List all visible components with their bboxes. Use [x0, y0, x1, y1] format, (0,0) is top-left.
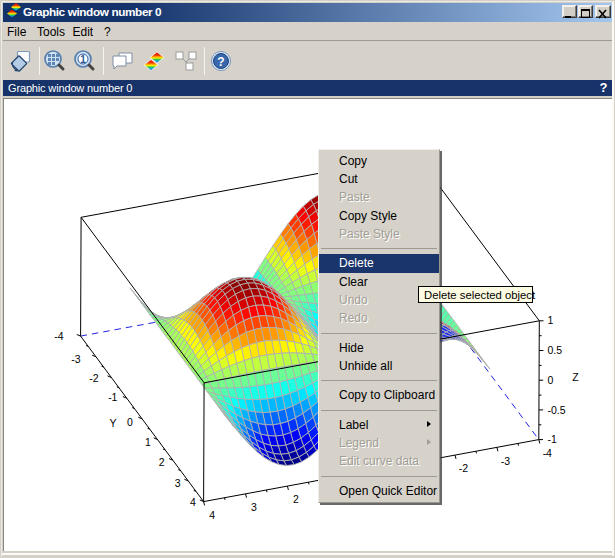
svg-text:?: ?: [217, 55, 224, 69]
svg-text:1: 1: [80, 54, 86, 65]
